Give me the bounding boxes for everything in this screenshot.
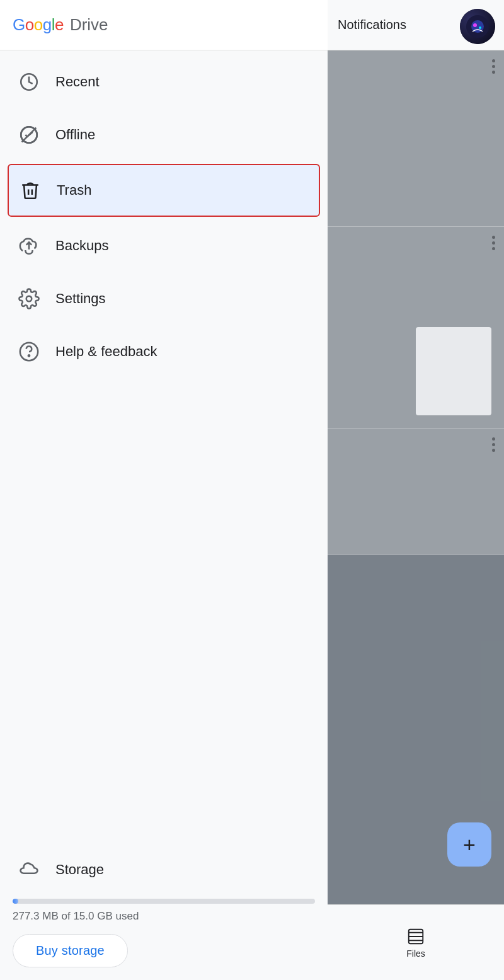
svg-point-9 <box>26 296 32 302</box>
clock-icon <box>13 66 45 98</box>
storage-text-label: Storage <box>55 862 104 878</box>
drawer: Google Drive Recent <box>0 0 328 980</box>
help-icon <box>13 335 45 368</box>
storage-cloud-icon <box>13 853 45 886</box>
backups-label: Backups <box>55 238 108 254</box>
plus-icon: + <box>463 834 476 855</box>
sidebar-item-settings[interactable]: Settings <box>0 272 328 325</box>
card-thumbnail <box>416 327 491 415</box>
logo-o1: o <box>25 15 34 34</box>
google-logo: Google Drive <box>13 15 108 35</box>
backup-icon <box>13 229 45 262</box>
svg-point-11 <box>28 355 30 356</box>
storage-label-row[interactable]: Storage <box>13 843 315 896</box>
more-options-2[interactable] <box>492 236 495 250</box>
settings-icon <box>13 282 45 315</box>
logo-g: G <box>13 15 25 34</box>
files-nav-icon <box>406 927 425 946</box>
logo-o2: o <box>34 15 43 34</box>
fab-button[interactable]: + <box>447 822 491 867</box>
sidebar-item-backups[interactable]: Backups <box>0 219 328 272</box>
card-item-2 <box>328 227 504 429</box>
svg-point-4 <box>479 26 481 29</box>
storage-bar-container <box>13 899 315 904</box>
offline-label: Offline <box>55 127 95 143</box>
app-header: Google Drive <box>0 0 328 50</box>
sidebar-item-help[interactable]: Help & feedback <box>0 325 328 378</box>
avatar-icon <box>466 15 489 38</box>
card-item-1 <box>328 50 504 227</box>
trash-icon <box>14 174 47 207</box>
offline-icon <box>13 118 45 151</box>
more-options-1[interactable] <box>492 59 495 74</box>
help-label: Help & feedback <box>55 343 157 360</box>
notifications-title: Notifications <box>338 18 406 32</box>
buy-storage-button[interactable]: Buy storage <box>13 934 128 967</box>
sidebar-item-recent[interactable]: Recent <box>0 55 328 108</box>
settings-label: Settings <box>55 291 106 307</box>
card-item-3 <box>328 429 504 555</box>
sidebar-item-offline[interactable]: Offline <box>0 108 328 161</box>
logo-e: e <box>55 15 64 34</box>
logo-g2: g <box>43 15 52 34</box>
storage-used-text: 277.3 MB of 15.0 GB used <box>13 910 315 923</box>
svg-line-7 <box>21 127 21 127</box>
storage-section: Storage 277.3 MB of 15.0 GB used Buy sto… <box>0 843 328 980</box>
google-text: Google <box>13 15 64 35</box>
files-nav-item[interactable]: Files <box>406 927 425 959</box>
trash-label: Trash <box>57 182 91 199</box>
nav-list: Recent Offline <box>0 50 328 843</box>
drive-text: Drive <box>70 15 108 35</box>
avatar[interactable] <box>460 9 495 44</box>
sidebar-item-trash[interactable]: Trash <box>8 164 320 217</box>
storage-bar-fill <box>13 899 18 904</box>
svg-point-3 <box>473 23 477 27</box>
files-nav-label: Files <box>406 948 425 959</box>
recent-label: Recent <box>55 74 100 90</box>
bottom-nav: Files <box>328 904 504 980</box>
more-options-3[interactable] <box>492 437 495 452</box>
avatar-image <box>460 9 495 44</box>
